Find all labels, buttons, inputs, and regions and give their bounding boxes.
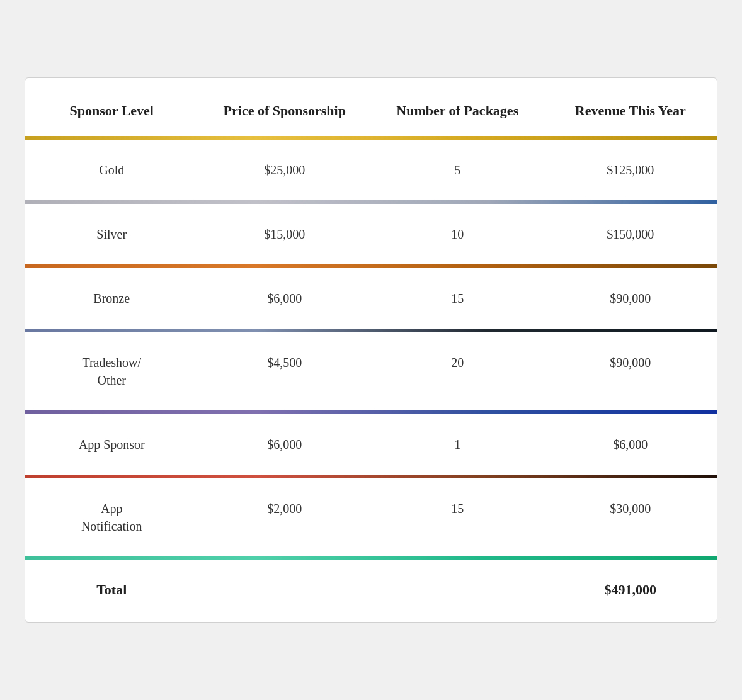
cell-level-4: App Sponsor (25, 432, 198, 457)
cell-price-1: $15,000 (198, 222, 372, 247)
cell-revenue-1: $150,000 (544, 222, 717, 247)
cell-packages-1: 10 (371, 222, 544, 247)
cell-packages-2: 15 (371, 286, 544, 311)
total-price-empty (198, 578, 372, 602)
cell-packages-5: 15 (371, 496, 544, 539)
header-price: Price of Sponsorship (198, 96, 372, 127)
total-value: $491,000 (544, 578, 717, 602)
table-header: Sponsor Level Price of Sponsorship Numbe… (25, 78, 717, 137)
cell-revenue-0: $125,000 (544, 157, 717, 183)
table-row: App Notification $2,000 15 $30,000 (25, 478, 717, 556)
cell-price-4: $6,000 (198, 432, 372, 457)
cell-price-0: $25,000 (198, 157, 372, 183)
cell-level-1: Silver (25, 222, 198, 247)
header-revenue: Revenue This Year (544, 96, 717, 127)
cell-revenue-3: $90,000 (544, 350, 717, 393)
cell-price-3: $4,500 (198, 350, 372, 393)
total-label: Total (25, 578, 198, 602)
table-row: Tradeshow/ Other $4,500 20 $90,000 (25, 332, 717, 410)
header-packages: Number of Packages (371, 96, 544, 127)
table-row: App Sponsor $6,000 1 $6,000 (25, 414, 717, 475)
cell-packages-3: 20 (371, 350, 544, 393)
total-row: Total $491,000 (25, 560, 717, 622)
cell-revenue-5: $30,000 (544, 496, 717, 539)
table-row: Silver $15,000 10 $150,000 (25, 204, 717, 264)
sponsorship-table: Sponsor Level Price of Sponsorship Numbe… (25, 77, 717, 623)
cell-packages-0: 5 (371, 157, 544, 183)
cell-level-0: Gold (25, 157, 198, 183)
table-row: Bronze $6,000 15 $90,000 (25, 268, 717, 329)
cell-level-5: App Notification (25, 496, 198, 539)
header-sponsor-level: Sponsor Level (25, 96, 198, 127)
total-packages-empty (371, 578, 544, 602)
cell-packages-4: 1 (371, 432, 544, 457)
cell-price-2: $6,000 (198, 286, 372, 311)
table-row: Gold $25,000 5 $125,000 (25, 140, 717, 200)
cell-price-5: $2,000 (198, 496, 372, 539)
cell-revenue-2: $90,000 (544, 286, 717, 311)
cell-level-2: Bronze (25, 286, 198, 311)
cell-level-3: Tradeshow/ Other (25, 350, 198, 393)
cell-revenue-4: $6,000 (544, 432, 717, 457)
